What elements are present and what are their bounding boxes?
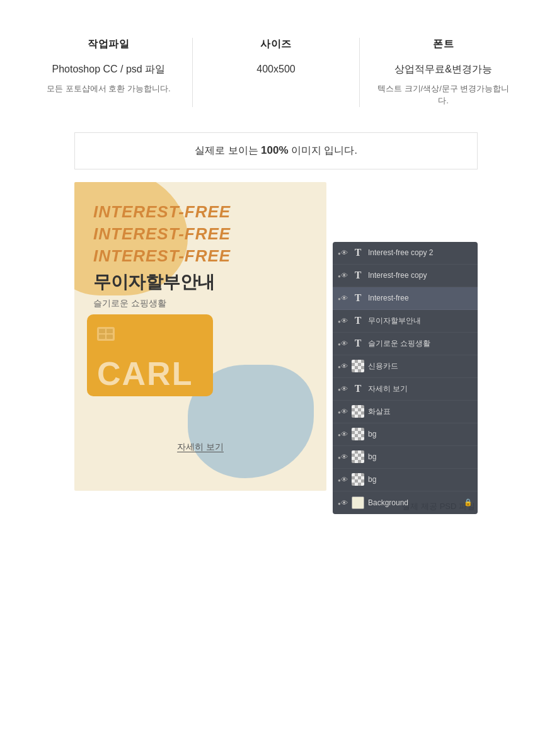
layer-thumb: T [352,337,364,350]
info-col-file: 작업파일 Photoshop CC / psd 파일 모든 포토샵에서 호환 가… [25,38,192,107]
layer-row[interactable]: 👁화살표 [333,401,478,423]
main-subtitle: 슬기로운 쇼핑생활 [93,298,215,309]
eye-icon[interactable]: 👁 [338,453,348,461]
layer-row[interactable]: 👁T자세히 보기 [333,378,478,401]
layer-name: bg [368,452,473,461]
caption-text-after: 이미지 입니다. [289,145,357,156]
layer-row[interactable]: 👁TInterest-free copy 2 [333,242,478,265]
layer-row[interactable]: 👁TInterest-free [333,287,478,310]
layer-thumb: T [352,246,364,259]
layer-thumb: T [352,314,364,327]
layer-name: 슬기로운 쇼핑생활 [368,338,473,349]
eye-icon[interactable]: 👁 [338,408,348,415]
font-label: 폰트 [433,38,454,51]
card-text: CARL [97,357,193,390]
caption-text-before: 실제로 보이는 [195,145,261,156]
eye-icon[interactable]: 👁 [338,362,348,370]
layer-thumb [352,405,364,418]
interest-text-block: INTEREST-FREE INTEREST-FREE INTEREST-FRE… [74,201,326,267]
layer-row[interactable]: 👁bg [333,469,478,491]
layer-row[interactable]: 👁T무이자할부안내 [333,310,478,333]
eye-icon[interactable]: 👁 [338,249,348,256]
layer-row[interactable]: 👁신용카드 [333,355,478,378]
eye-icon[interactable]: 👁 [338,430,348,438]
layer-row[interactable]: 👁TInterest-free copy [333,265,478,287]
caption-section: 실제로 보이는 100% 이미지 입니다. [74,132,478,169]
layer-name: Interest-free copy 2 [368,248,473,257]
card-chip [97,327,115,341]
detail-button[interactable]: 자세히 보기 [177,442,224,453]
chip-cell [99,335,105,339]
eye-icon[interactable]: 👁 [338,499,348,507]
layer-name: 화살표 [368,406,473,417]
layer-thumb [352,450,364,463]
font-sub: 텍스트 크기/색상/문구 변경가능합니다. [372,83,514,107]
info-section: 작업파일 Photoshop CC / psd 파일 모든 포토샵에서 호환 가… [0,0,552,132]
eye-icon[interactable]: 👁 [338,385,348,392]
layer-row[interactable]: 👁T슬기로운 쇼핑생활 [333,333,478,355]
interest-line-1: INTEREST-FREE [93,201,326,223]
file-label: 작업파일 [88,38,129,51]
layer-name: Background [368,498,460,507]
layer-thumb [352,428,364,440]
layer-name: 무이자할부안내 [368,316,473,326]
main-text-block: 무이자할부안내 슬기로운 쇼핑생활 [93,270,215,309]
layer-thumb: T [352,382,364,395]
eye-icon[interactable]: 👁 [338,317,348,324]
eye-icon[interactable]: 👁 [338,272,348,279]
size-label: 사이즈 [260,38,292,51]
file-sub: 모든 포토샵에서 호환 가능합니다. [47,83,170,95]
main-title: 무이자할부안내 [93,270,215,294]
interest-line-3: INTEREST-FREE [93,245,326,267]
font-value: 상업적무료&변경가능 [394,61,492,77]
chip-cell [106,335,113,339]
layer-row[interactable]: 👁bg [333,423,478,446]
layer-name: Interest-free copy [368,271,473,280]
chip-cell [99,329,105,333]
layer-name: bg [368,475,473,484]
layer-thumb [352,473,364,486]
layer-name: Interest-free [368,294,473,302]
info-col-size: 사이즈 400x500 [192,38,360,107]
eye-icon[interactable]: 👁 [338,476,348,483]
design-card: INTEREST-FREE INTEREST-FREE INTEREST-FRE… [74,182,326,491]
layer-row[interactable]: 👁Background🔒 [333,491,478,514]
caption-highlight: 100% [261,144,288,156]
preview-wrapper: INTEREST-FREE INTEREST-FREE INTEREST-FRE… [74,182,478,491]
layer-thumb [352,496,364,509]
eye-icon[interactable]: 👁 [338,294,348,302]
size-value: 400x500 [256,61,295,77]
file-value: Photoshop CC / psd 파일 [52,61,166,77]
interest-line-2: INTEREST-FREE [93,223,326,245]
layer-row[interactable]: 👁bg [333,446,478,469]
layer-name: 자세히 보기 [368,384,473,394]
info-col-font: 폰트 상업적무료&변경가능 텍스트 크기/색상/문구 변경가능합니다. [359,38,527,107]
layers-panel: 👁TInterest-free copy 2👁TInterest-free co… [333,242,478,514]
layer-name: bg [368,430,473,438]
layer-thumb: T [352,292,364,304]
eye-icon[interactable]: 👁 [338,340,348,347]
layer-name: 신용카드 [368,361,473,372]
credit-card: CARL [87,314,213,396]
chip-cell [106,329,113,333]
lock-icon: 🔒 [464,498,473,507]
layer-thumb: T [352,269,364,282]
layer-thumb [352,360,364,372]
